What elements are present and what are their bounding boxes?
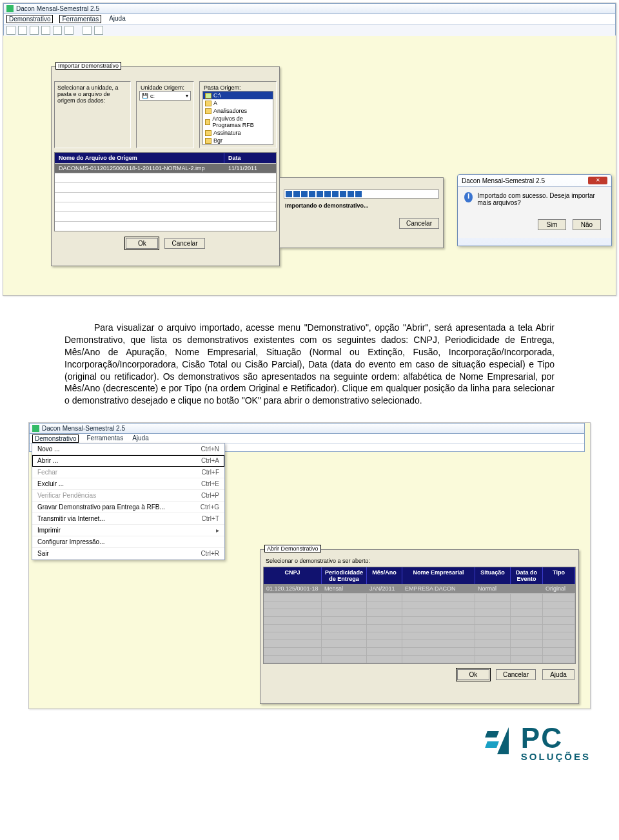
menu-ferramentas[interactable]: Ferramentas — [59, 15, 101, 23]
th-sit: Situação — [475, 567, 511, 584]
menu-ferramentas[interactable]: Ferramentas — [85, 435, 124, 443]
figure-1: Dacon Mensal-Semestral 2.5 Demonstrativo… — [3, 3, 616, 296]
tool-new-icon[interactable] — [6, 26, 15, 35]
ok-button[interactable]: Ok — [457, 669, 489, 680]
help-button[interactable]: Ajuda — [542, 669, 575, 680]
th-tipo: Tipo — [543, 567, 575, 584]
tool-a-icon[interactable] — [53, 26, 62, 35]
folder-item: Bgr — [203, 137, 273, 144]
import-title: Importar Demonstrativo — [55, 62, 121, 70]
folder-item: Analisadores — [203, 107, 273, 115]
th-period: Periodicidade de Entrega — [322, 567, 367, 584]
info-icon — [464, 192, 473, 202]
yes-button[interactable]: Sim — [538, 219, 566, 230]
progress-bar — [284, 190, 439, 199]
result-titlebar: Dacon Mensal-Semestral 2.5 ✕ — [458, 175, 611, 186]
result-dialog: Dacon Mensal-Semestral 2.5 ✕ Importado c… — [457, 174, 612, 246]
ok-button[interactable]: Ok — [126, 238, 158, 249]
tool-help-icon[interactable] — [83, 26, 92, 35]
th-mesano: Mês/Ano — [367, 567, 402, 584]
folder-icon — [205, 108, 211, 114]
table-row-empty — [55, 221, 276, 231]
folder-list[interactable]: C:\ A Analisadores Arquivos de Programas… — [202, 91, 273, 145]
table-row-empty — [55, 182, 276, 192]
table-row[interactable]: 01.120.125/0001-18 Mensal JAN/2011 EMPRE… — [264, 584, 575, 594]
result-message: Importado com sucesso. Deseja importar m… — [478, 192, 605, 206]
th-name: Nome do Arquivo de Origem — [55, 153, 224, 163]
folder-group: Pasta Origem: C:\ A Analisadores Arquivo… — [199, 81, 277, 148]
app-window: Dacon Mensal-Semestral 2.5 Demonstrativo… — [3, 3, 616, 35]
menu-item-excluir[interactable]: Excluir ...Ctrl+E — [32, 478, 224, 490]
folder-item: Arquivos de Programas RFB — [203, 115, 273, 129]
unit-label: Unidade Origem: — [139, 84, 186, 91]
menu-item-sair[interactable]: SairCtrl+R — [32, 548, 224, 560]
tool-save-icon[interactable] — [30, 26, 39, 35]
import-hint-group: Selecionar a unidade, a pasta e o arquiv… — [54, 81, 131, 148]
folder-icon — [205, 138, 211, 144]
menu-demonstrativo[interactable]: Demonstrativo — [6, 15, 53, 23]
menu-item-fechar[interactable]: FecharCtrl+F — [32, 467, 224, 478]
menu-ajuda[interactable]: Ajuda — [108, 15, 127, 23]
open-hint: Selecionar o demonstrativo a ser aberto: — [266, 558, 573, 564]
no-button[interactable]: Não — [573, 219, 601, 230]
table-row-empty — [55, 211, 276, 221]
th-data: Data do Evento — [511, 567, 543, 584]
menu-item-abrir[interactable]: Abrir ...Ctrl+A — [32, 455, 224, 467]
file-table: Nome do Arquivo de Origem Data DACONMS-0… — [54, 152, 277, 231]
tool-exit-icon[interactable] — [94, 26, 103, 35]
menu-item-transmitir[interactable]: Transmitir via Internet...Ctrl+T — [32, 513, 224, 525]
unit-value: c: — [150, 93, 155, 99]
folder-icon — [205, 130, 211, 136]
cell-filedate: 11/11/2011 — [224, 164, 276, 173]
toolbar — [4, 24, 615, 36]
progress-status: Importando o demonstrativo... — [285, 202, 438, 209]
app-icon — [32, 425, 39, 432]
menu-item-configimp[interactable]: Configurar Impressão... — [32, 536, 224, 548]
titlebar: Dacon Mensal-Semestral 2.5 — [4, 4, 615, 14]
logo-subtitle: SOLUÇÕES — [521, 751, 591, 762]
table-row[interactable]: DACONMS-01120125000118-1-201101-NORMAL-2… — [55, 163, 276, 173]
demo-table: CNPJ Periodicidade de Entrega Mês/Ano No… — [263, 567, 576, 664]
menubar: Demonstrativo Ferramentas Ajuda — [4, 14, 615, 24]
table-row-empty — [55, 173, 276, 182]
table-row-empty — [55, 202, 276, 211]
cell-filename: DACONMS-01120125000118-1-201101-NORMAL-2… — [55, 164, 224, 173]
table-row-empty — [55, 192, 276, 202]
logo-mark-icon — [486, 727, 521, 759]
menu-item-novo[interactable]: Novo ...Ctrl+N — [32, 444, 224, 455]
import-dialog: Importar Demonstrativo Selecionar a unid… — [51, 66, 280, 266]
cancel-button[interactable]: Cancelar — [496, 669, 536, 680]
th-nome: Nome Empresarial — [402, 567, 475, 584]
tool-check-icon[interactable] — [41, 26, 50, 35]
th-cnpj: CNPJ — [264, 567, 322, 584]
tool-b-icon[interactable] — [64, 26, 74, 35]
footer-logo: PC SOLUÇÕES — [0, 721, 591, 766]
folder-item: A — [203, 99, 273, 107]
folder-item: Assinatura — [203, 129, 273, 137]
open-title: Abrir Demonstrativo — [264, 545, 321, 552]
close-icon[interactable]: ✕ — [588, 177, 607, 184]
folder-icon — [205, 101, 211, 106]
app-title: Dacon Mensal-Semestral 2.5 — [42, 425, 125, 432]
tool-open-icon[interactable] — [18, 26, 27, 35]
menu-item-verificar[interactable]: Verificar PendênciasCtrl+P — [32, 490, 224, 502]
open-dialog: Abrir Demonstrativo Selecionar o demonst… — [260, 549, 579, 704]
chevron-down-icon: ▾ — [186, 93, 188, 99]
unit-group: Unidade Origem: 💾 c: ▾ — [136, 81, 194, 148]
app-icon — [6, 5, 14, 12]
cancel-button[interactable]: Cancelar — [164, 238, 204, 249]
folder-item: C:\ — [203, 92, 273, 99]
menu-demonstrativo[interactable]: Demonstrativo — [32, 435, 79, 443]
menu-ajuda[interactable]: Ajuda — [131, 435, 150, 443]
menu-item-gravar[interactable]: Gravar Demonstrativo para Entrega à RFB.… — [32, 502, 224, 513]
progress-dialog: Importando o demonstrativo... Cancelar — [279, 177, 444, 248]
menu-item-imprimir[interactable]: Imprimir▸ — [32, 525, 224, 536]
folder-label: Pasta Origem: — [202, 84, 242, 91]
result-title: Dacon Mensal-Semestral 2.5 — [462, 177, 545, 184]
app-title: Dacon Mensal-Semestral 2.5 — [16, 5, 99, 12]
import-hint: Selecionar a unidade, a pasta e o arquiv… — [57, 84, 119, 104]
body-paragraph: Para visualizar o arquivo importado, ace… — [64, 322, 555, 407]
cancel-button[interactable]: Cancelar — [399, 218, 439, 229]
unit-select[interactable]: 💾 c: ▾ — [139, 91, 191, 101]
th-date: Data — [224, 153, 276, 163]
